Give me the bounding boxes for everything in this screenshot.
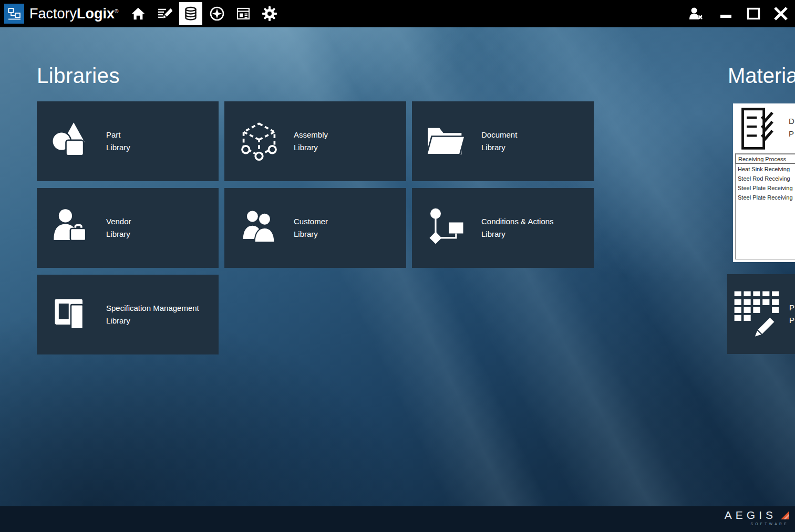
- tile-receiving-processes[interactable]: D P Receiving Process Heat Sink Receivin…: [733, 103, 795, 262]
- tile-label-line2: Library: [106, 315, 199, 327]
- tile-specification-management-library[interactable]: Specification Management Library: [37, 275, 219, 354]
- specification-icon: [44, 293, 99, 337]
- maximize-button[interactable]: [745, 5, 762, 23]
- news-icon[interactable]: [232, 2, 255, 25]
- calendar-pencil-icon: [731, 288, 781, 340]
- tile-assembly-library[interactable]: Assembly Library: [224, 101, 406, 181]
- tile-label-line2: Library: [481, 141, 517, 154]
- logout-user-icon[interactable]: [687, 5, 705, 23]
- tile-label-line2: Library: [481, 228, 554, 241]
- tile-label-line1: Document: [481, 129, 517, 141]
- home-icon[interactable]: [127, 2, 150, 25]
- tile-label-line1: Customer: [294, 215, 328, 228]
- tile-label-line2: Library: [294, 141, 328, 154]
- page-title: Libraries: [37, 64, 120, 88]
- vendor-icon: [44, 206, 99, 250]
- library-icon[interactable]: [179, 2, 202, 25]
- tile-label-line2: Library: [294, 228, 328, 241]
- edit-list-icon[interactable]: [153, 2, 176, 25]
- tile-label-line1: Conditions & Actions: [481, 215, 554, 228]
- tile-label-line1: Vendor: [106, 215, 131, 228]
- brand-light: Factory: [29, 6, 77, 22]
- tile-receiving-plan[interactable]: P P: [727, 274, 795, 354]
- receiving-process-list: Receiving Process Heat Sink Receiving St…: [735, 153, 795, 259]
- window-controls: [717, 5, 790, 23]
- customer-icon: [232, 206, 286, 250]
- app-window: FactoryLogix®: [0, 0, 795, 532]
- aegis-triangle-icon: [779, 509, 791, 521]
- footer-bar: AEGIS SOFTWARE: [0, 506, 795, 532]
- list-item[interactable]: Steel Plate Receiving: [736, 192, 795, 202]
- tile-customer-library[interactable]: Customer Library: [224, 188, 406, 268]
- materials-section-title: Materia: [728, 64, 795, 88]
- compass-icon[interactable]: [205, 2, 229, 25]
- desktop-background: Libraries Materia Part Library: [0, 27, 795, 506]
- aegis-software-label: SOFTWARE: [750, 522, 791, 526]
- tile-label-line1: D: [789, 115, 794, 128]
- tile-label-line1: Specification Management: [106, 302, 199, 315]
- tile-vendor-library[interactable]: Vendor Library: [37, 188, 219, 268]
- titlebar: FactoryLogix®: [0, 0, 795, 27]
- titlebar-right: [687, 5, 795, 23]
- tile-conditions-actions-library[interactable]: Conditions & Actions Library: [412, 188, 594, 268]
- tile-document-library[interactable]: Document Library: [412, 101, 594, 181]
- tile-label-line2: P: [789, 314, 794, 327]
- gear-icon[interactable]: [258, 2, 281, 25]
- flowchart-icon: [419, 206, 474, 250]
- tile-label-line2: Library: [106, 228, 131, 241]
- tile-label-line2: P: [789, 128, 794, 140]
- list-item[interactable]: Steel Plate Receiving: [736, 183, 795, 192]
- checklist-icon: [739, 107, 780, 154]
- list-header[interactable]: Receiving Process: [736, 154, 795, 164]
- tile-label-line1: P: [789, 301, 794, 314]
- main-nav: [127, 2, 281, 25]
- list-item[interactable]: Heat Sink Receiving: [736, 164, 795, 173]
- app-title: FactoryLogix®: [29, 6, 118, 22]
- factorylogix-logo-icon: [4, 4, 24, 24]
- tile-label-line1: Part: [106, 129, 130, 141]
- aegis-logo: AEGIS SOFTWARE: [725, 509, 791, 526]
- brand-mark: ®: [115, 8, 118, 14]
- assembly-icon: [232, 119, 286, 163]
- close-button[interactable]: [772, 5, 790, 23]
- part-icon: [44, 119, 99, 163]
- aegis-wordmark: AEGIS: [725, 509, 777, 521]
- minimize-button[interactable]: [717, 5, 735, 23]
- list-item[interactable]: Steel Rod Receiving: [736, 173, 795, 183]
- tile-label-line1: Assembly: [294, 129, 328, 141]
- folder-icon: [419, 119, 474, 163]
- tile-part-library[interactable]: Part Library: [37, 101, 219, 181]
- libraries-tile-grid: Part Library Assembly Lib: [37, 101, 594, 354]
- brand-bold: Logix: [77, 6, 115, 22]
- tile-label-line2: Library: [106, 141, 130, 154]
